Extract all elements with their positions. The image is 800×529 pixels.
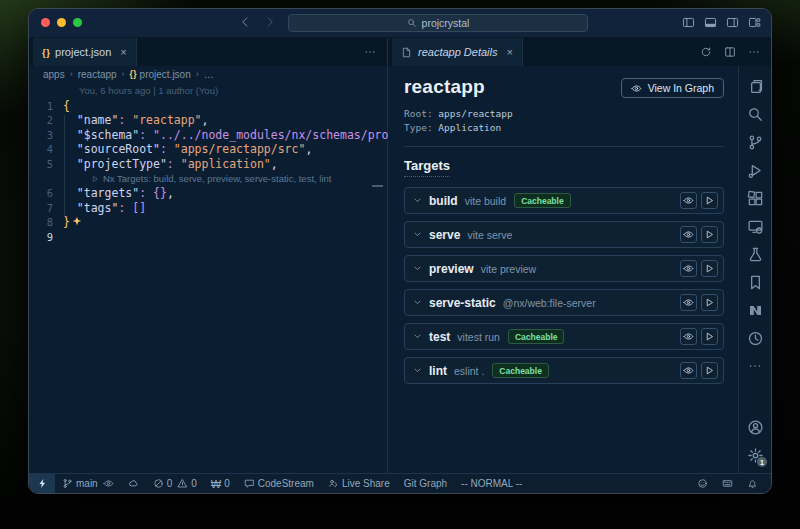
view-in-graph-button[interactable]: View In Graph — [621, 78, 724, 98]
more-icon — [748, 359, 762, 373]
activitybar-bookmarks[interactable] — [739, 268, 771, 296]
activitybar-more-views[interactable] — [739, 352, 771, 380]
status-problems[interactable]: 00 — [146, 474, 204, 493]
close-tab-icon[interactable]: × — [507, 46, 513, 58]
breadcrumb-label: apps — [43, 69, 65, 80]
status-segment — [697, 478, 708, 489]
status-segment: main — [62, 478, 98, 489]
token: , — [167, 186, 174, 200]
target-row-serve-static[interactable]: serve-static@nx/web:file-server — [404, 289, 724, 316]
target-actions — [680, 192, 718, 209]
view-target-button[interactable] — [680, 294, 697, 311]
status-text: 0 — [167, 478, 173, 489]
tab-project-json[interactable]: { } project.json × — [33, 38, 137, 66]
run-target-button[interactable] — [701, 192, 718, 209]
view-target-button[interactable] — [680, 362, 697, 379]
project-title: reactapp — [404, 76, 485, 98]
breadcrumb-separator: › — [122, 69, 125, 79]
code-line: 7 "tags": [] — [29, 201, 387, 216]
target-actions — [680, 260, 718, 277]
activitybar-nx-console[interactable] — [739, 296, 771, 324]
close-window-button[interactable] — [41, 18, 50, 27]
activitybar-remote-explorer[interactable] — [739, 212, 771, 240]
run-debug-icon — [747, 162, 764, 179]
activitybar-run-debug[interactable] — [739, 156, 771, 184]
view-target-button[interactable] — [680, 192, 697, 209]
editor-actions-right — [700, 38, 771, 66]
account-icon — [747, 419, 764, 436]
refresh-icon[interactable] — [700, 46, 712, 58]
status-counter[interactable]: ₩0 — [204, 474, 237, 493]
status-feedback[interactable] — [690, 474, 715, 493]
chevron-down-icon[interactable] — [413, 366, 422, 375]
status-codestream[interactable]: CodeStream — [237, 474, 321, 493]
zoom-window-button[interactable] — [73, 18, 82, 27]
split-editor-icon[interactable] — [724, 46, 736, 58]
run-target-button[interactable] — [701, 260, 718, 277]
close-tab-icon[interactable]: × — [120, 46, 126, 58]
layout-bottom-icon[interactable] — [704, 16, 717, 29]
layout-right-icon[interactable] — [726, 16, 739, 29]
tab-reactapp-details[interactable]: reactapp Details × — [392, 38, 523, 66]
chevron-down-icon[interactable] — [413, 230, 422, 239]
target-row-test[interactable]: testvitest runCacheable — [404, 323, 724, 350]
back-icon[interactable] — [239, 16, 251, 28]
target-row-serve[interactable]: servevite serve — [404, 221, 724, 248]
target-row-preview[interactable]: previewvite preview — [404, 255, 724, 282]
code-editor[interactable]: You, 6 hours ago | 1 author (You)1{2 "na… — [29, 82, 387, 473]
activitybar-timeline[interactable] — [739, 324, 771, 352]
activitybar-search[interactable] — [739, 100, 771, 128]
run-target-button[interactable] — [701, 362, 718, 379]
status-gitlens-cloud[interactable] — [121, 474, 146, 493]
line-number: 6 — [29, 186, 63, 201]
activitybar-explorer[interactable] — [739, 72, 771, 100]
line-number: 3 — [29, 128, 63, 143]
view-target-button[interactable] — [680, 260, 697, 277]
forward-icon[interactable] — [264, 16, 276, 28]
command-center-search[interactable]: projcrystal — [288, 14, 588, 32]
activitybar-extensions[interactable] — [739, 184, 771, 212]
editor-project-json: apps›reactapp›{ }project.json›… You, 6 h… — [29, 66, 388, 473]
breadcrumb-item[interactable]: apps — [43, 69, 65, 80]
chevron-down-icon[interactable] — [413, 264, 422, 273]
run-target-button[interactable] — [701, 226, 718, 243]
activitybar-source-control[interactable] — [739, 128, 771, 156]
view-target-button[interactable] — [680, 328, 697, 345]
minimize-window-button[interactable] — [57, 18, 66, 27]
play-icon — [704, 365, 715, 376]
more-actions-icon[interactable] — [364, 46, 376, 58]
status-git-branch[interactable]: main — [55, 474, 121, 493]
json-braces-icon: { } — [42, 47, 49, 58]
status-git-graph[interactable]: Git Graph — [397, 474, 454, 493]
run-target-button[interactable] — [701, 294, 718, 311]
code-text: { — [63, 99, 70, 114]
status-format[interactable] — [715, 474, 740, 493]
git-blame-annotation: You, 6 hours ago | 1 author (You) — [29, 84, 387, 99]
chevron-down-icon[interactable] — [413, 196, 422, 205]
codelens-link[interactable]: Nx Targets: build, serve, preview, serve… — [63, 172, 331, 187]
chevron-down-icon[interactable] — [413, 332, 422, 341]
breadcrumb-item[interactable]: reactapp — [78, 69, 117, 80]
breadcrumb-item[interactable]: … — [204, 69, 214, 80]
breadcrumb-item[interactable]: { }project.json — [130, 69, 191, 80]
activitybar-account[interactable] — [739, 413, 771, 441]
status-notifications[interactable] — [740, 474, 765, 493]
target-row-lint[interactable]: linteslint .Cacheable — [404, 357, 724, 384]
more-actions-icon[interactable] — [748, 46, 760, 58]
activitybar-settings[interactable]: 1 — [739, 441, 771, 469]
target-row-build[interactable]: buildvite buildCacheable — [404, 187, 724, 214]
status-remote-indicator[interactable] — [29, 474, 55, 493]
status-live-share[interactable]: Live Share — [321, 474, 397, 493]
chevron-down-icon[interactable] — [413, 298, 422, 307]
token: "targets" — [63, 186, 139, 200]
layout-left-icon[interactable] — [682, 16, 695, 29]
token: } — [63, 215, 70, 229]
status-vim-mode[interactable]: -- NORMAL -- — [454, 474, 529, 493]
activitybar-testing[interactable] — [739, 240, 771, 268]
tab-label: reactapp Details — [418, 46, 498, 58]
layout-custom-icon[interactable] — [748, 16, 761, 29]
view-target-button[interactable] — [680, 226, 697, 243]
bell-icon — [747, 478, 758, 489]
run-target-button[interactable] — [701, 328, 718, 345]
status-segment: Git Graph — [404, 478, 447, 489]
